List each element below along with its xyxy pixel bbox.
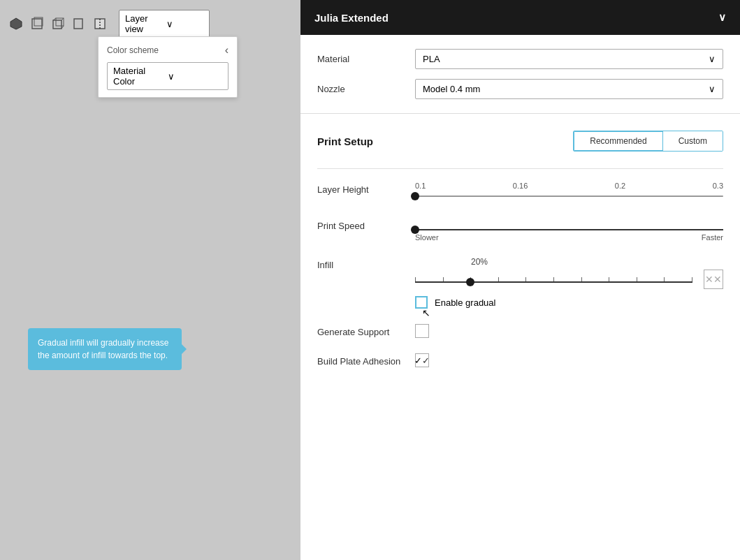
nozzle-value: Model 0.4 mm: [423, 84, 480, 94]
box-view-icon[interactable]: [29, 16, 45, 31]
print-speed-track[interactable]: [415, 229, 723, 230]
print-speed-thumb[interactable]: [411, 226, 419, 234]
tab-custom[interactable]: Custom: [663, 131, 723, 151]
layer-view-dropdown[interactable]: Layer view ∨: [119, 10, 210, 38]
color-scheme-collapse-icon[interactable]: ‹: [225, 44, 228, 57]
infill-track-container: [415, 281, 692, 283]
enable-gradual-row: ↖ Enable gradual: [415, 296, 723, 309]
build-plate-row: Build Plate Adhesion ✓: [317, 353, 723, 367]
material-row: Material PLA ∨: [317, 49, 723, 69]
print-speed-label: Print Speed: [317, 218, 415, 231]
tick-0.16: 0.16: [513, 182, 528, 190]
printer-name: Julia Extended: [314, 12, 389, 24]
speed-faster-label: Faster: [702, 233, 723, 242]
infill-track-wrap: [415, 276, 692, 283]
enable-gradual-label: Enable gradual: [435, 297, 495, 308]
print-setup-header: Print Setup Recommended Custom: [317, 131, 723, 152]
layer-height-thumb[interactable]: [411, 192, 419, 200]
print-setup-title: Print Setup: [317, 135, 373, 147]
divider-1: [317, 168, 723, 169]
speed-slower-label: Slower: [415, 233, 439, 242]
layer-view-icon2[interactable]: [71, 16, 87, 31]
enable-gradual-checkbox[interactable]: ↖: [415, 296, 428, 309]
svg-marker-0: [10, 18, 22, 29]
color-scheme-value: Material Color: [113, 66, 168, 87]
infill-icon[interactable]: ✕: [704, 270, 723, 289]
infill-container: 20%: [415, 257, 723, 309]
right-panel: Julia Extended ∨ Material PLA ∨ Nozzle M…: [300, 0, 740, 560]
tick-0.1: 0.1: [415, 182, 426, 190]
printer-header-chevron[interactable]: ∨: [718, 11, 726, 24]
generate-support-control: [415, 324, 723, 338]
gradual-infill-tooltip: Gradual infill will gradually increase t…: [28, 328, 182, 370]
section-view-icon[interactable]: [92, 16, 108, 31]
material-label: Material: [317, 54, 415, 64]
tick-0.3: 0.3: [713, 182, 723, 190]
build-plate-checkbox[interactable]: ✓: [415, 353, 429, 367]
svg-rect-3: [53, 20, 61, 29]
nozzle-chevron: ∨: [709, 84, 716, 94]
layer-view-label: Layer view: [125, 13, 162, 34]
color-scheme-panel: Color scheme ‹ Material Color ∨: [98, 36, 238, 98]
tick-0.2: 0.2: [615, 182, 625, 190]
print-setup-section: Print Setup Recommended Custom Layer Hei…: [300, 114, 740, 560]
layer-height-control: 0.1 0.16 0.2 0.3: [415, 182, 723, 202]
infill-thumb[interactable]: [466, 278, 474, 286]
nozzle-row: Nozzle Model 0.4 mm ∨: [317, 79, 723, 99]
color-scheme-label: Color scheme: [107, 45, 159, 55]
print-speed-row: Print Speed Slower Faster: [317, 218, 723, 242]
printer-header: Julia Extended ∨: [300, 0, 740, 35]
infill-slider-row: ✕: [415, 270, 723, 289]
print-speed-control: Slower Faster: [415, 218, 723, 242]
material-value: PLA: [423, 54, 440, 64]
wireframe-view-icon[interactable]: [50, 16, 66, 31]
svg-rect-9: [95, 19, 105, 29]
color-scheme-chevron: ∨: [168, 71, 222, 82]
infill-row: Infill 20%: [317, 257, 723, 309]
infill-label: Infill: [317, 257, 415, 270]
generate-support-label: Generate Support: [317, 324, 415, 337]
build-plate-control: ✓: [415, 353, 723, 367]
build-plate-label: Build Plate Adhesion: [317, 353, 415, 367]
solid-view-icon[interactable]: [8, 16, 24, 31]
print-speed-labels: Slower Faster: [415, 233, 723, 242]
cursor-indicator: ↖: [422, 307, 430, 318]
tab-recommended[interactable]: Recommended: [574, 131, 662, 151]
infill-percent: 20%: [471, 257, 740, 267]
color-scheme-header: Color scheme ‹: [107, 44, 228, 57]
svg-rect-1: [32, 19, 42, 29]
infill-track[interactable]: [415, 281, 692, 283]
layer-height-label: Layer Height: [317, 182, 415, 195]
generate-support-checkbox[interactable]: [415, 324, 429, 338]
nozzle-label: Nozzle: [317, 84, 415, 94]
generate-support-row: Generate Support: [317, 324, 723, 338]
tooltip-text: Gradual infill will gradually increase t…: [38, 338, 168, 360]
svg-rect-8: [74, 19, 82, 29]
material-select[interactable]: PLA ∨: [415, 49, 723, 69]
tab-group: Recommended Custom: [573, 131, 723, 152]
settings-section: Material PLA ∨ Nozzle Model 0.4 mm ∨: [300, 35, 740, 114]
color-scheme-dropdown[interactable]: Material Color ∨: [107, 62, 228, 90]
material-chevron: ∨: [709, 54, 716, 64]
layer-height-row: Layer Height 0.1 0.16 0.2 0.3: [317, 182, 723, 202]
layer-view-chevron: ∨: [166, 19, 203, 29]
left-panel: Layer view ∨ Color scheme ‹ Material Col…: [0, 0, 300, 560]
layer-height-ticks: 0.1 0.16 0.2 0.3: [415, 182, 723, 190]
nozzle-select[interactable]: Model 0.4 mm ∨: [415, 79, 723, 99]
layer-height-slider-track[interactable]: [415, 196, 723, 197]
